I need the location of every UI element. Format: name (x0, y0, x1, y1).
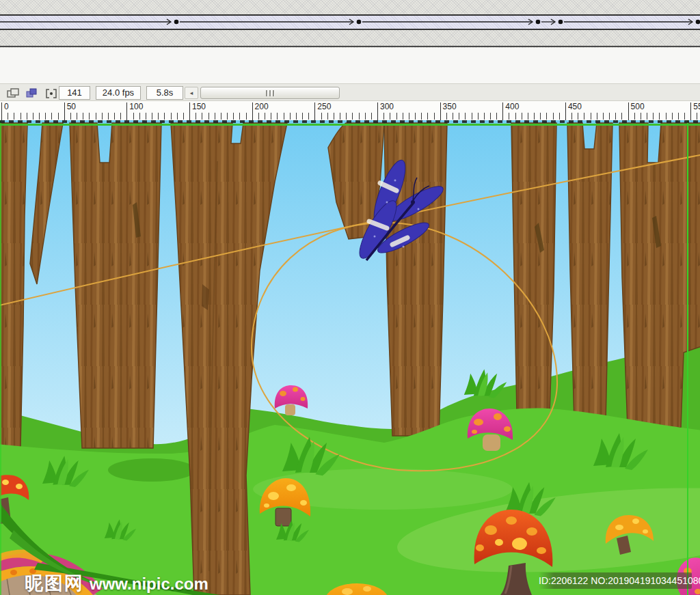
ruler-minor-tick (45, 113, 46, 120)
scrollbar-grip-icon (265, 90, 275, 96)
current-frame-field[interactable]: 141 (59, 86, 90, 100)
ruler-minor-tick (383, 113, 384, 120)
image-id-label: ID:2206122 NO:20190419103445108000 (539, 572, 692, 589)
ruler-frame-label: 250 (317, 102, 331, 111)
ruler-minor-tick (672, 113, 673, 120)
modify-markers-icon (43, 87, 59, 100)
ruler-frame-label: 450 (568, 102, 582, 111)
ruler-minor-tick (183, 113, 184, 120)
keyframe-dot[interactable] (357, 20, 362, 25)
onion-skin-outlines-icon (5, 87, 21, 100)
ruler-major-tick (252, 102, 253, 120)
timeline-scroll-left-button[interactable]: ◂ (185, 87, 198, 99)
ruler-minor-tick (296, 113, 297, 120)
ruler-minor-tick (96, 113, 96, 120)
elapsed-time-field[interactable]: 5.8s (146, 86, 183, 100)
ruler-minor-tick (621, 113, 622, 120)
ruler-minor-tick (666, 113, 667, 120)
ruler-minor-tick (302, 113, 303, 120)
ruler-minor-tick (352, 113, 353, 120)
ruler-minor-tick (446, 113, 447, 120)
ruler-minor-tick (208, 113, 209, 120)
ruler-minor-tick (453, 113, 453, 120)
ruler-frame-label: 100 (129, 102, 143, 111)
ruler-minor-tick (58, 113, 59, 120)
ruler-frame-label: 0 (4, 102, 9, 111)
ruler-minor-tick (346, 113, 347, 120)
panel-gap (0, 48, 700, 83)
ruler-minor-tick (534, 113, 535, 120)
ruler-minor-tick (396, 113, 397, 120)
stage-canvas[interactable]: 昵图网www.nipic.com ID:2206122 NO:201904191… (0, 120, 700, 595)
ruler-minor-tick (409, 113, 409, 120)
ruler-minor-tick (403, 113, 403, 120)
keyframe-dot[interactable] (174, 20, 179, 25)
ruler-minor-tick (196, 113, 196, 120)
ruler-minor-tick (271, 113, 271, 120)
ruler-minor-tick (472, 113, 472, 120)
keyframe-dot[interactable] (536, 20, 541, 25)
ruler-major-tick (377, 102, 378, 120)
ruler-minor-tick (227, 113, 228, 120)
ruler-minor-tick (114, 113, 115, 120)
modify-markers-button[interactable] (42, 86, 59, 100)
ruler-minor-tick (202, 113, 202, 120)
ruler-minor-tick (108, 113, 109, 120)
ruler-minor-tick (559, 113, 560, 120)
ruler-minor-tick (290, 113, 291, 120)
ruler-minor-tick (591, 113, 591, 120)
timeline-scrollbar-thumb[interactable] (200, 87, 340, 99)
ruler-minor-tick (233, 113, 234, 120)
ruler-minor-tick (478, 113, 479, 120)
ruler-minor-tick (615, 113, 616, 120)
keyframe-dot[interactable] (558, 20, 563, 25)
forest-scene (0, 120, 700, 595)
edit-multiple-frames-button[interactable] (23, 86, 40, 100)
ruler-minor-tick (308, 113, 309, 120)
ruler-minor-tick (146, 113, 146, 120)
keyframe-dot[interactable] (696, 20, 700, 25)
ruler-minor-tick (102, 113, 103, 120)
ruler-minor-tick (609, 113, 610, 120)
ruler-minor-tick (120, 113, 121, 120)
ruler-minor-tick (265, 113, 265, 120)
ruler-major-tick (565, 102, 566, 120)
ruler-minor-tick (584, 113, 584, 120)
ruler-minor-tick (51, 113, 52, 120)
ruler-minor-tick (8, 113, 8, 120)
ruler-minor-tick (89, 113, 90, 120)
ruler-minor-tick (540, 113, 541, 120)
timeline-strip[interactable] (0, 0, 700, 48)
onion-skin-outlines-button[interactable] (4, 86, 21, 100)
lawn-shadow-patch (108, 458, 196, 482)
ruler-minor-tick (678, 113, 679, 120)
timeline-status-toolbar: 141 24.0 fps 5.8s ◂ (0, 83, 700, 101)
ruler-minor-tick (246, 113, 247, 120)
ruler-minor-tick (139, 113, 140, 120)
ruler-minor-tick (546, 113, 547, 120)
ruler-minor-tick (528, 113, 528, 120)
ruler-minor-tick (641, 113, 641, 120)
ruler-minor-tick (327, 113, 328, 120)
ruler-major-tick (628, 102, 629, 120)
frame-ruler[interactable]: 050100150200250300350400450500550 (0, 101, 700, 120)
ruler-minor-tick (171, 113, 172, 120)
ruler-minor-tick (465, 113, 466, 120)
ruler-minor-tick (258, 113, 259, 120)
ruler-minor-tick (578, 113, 578, 120)
ruler-minor-tick (39, 113, 40, 120)
ruler-major-tick (690, 102, 691, 120)
flash-editor-window: 141 24.0 fps 5.8s ◂ 05010015020025030035… (0, 0, 700, 595)
ruler-minor-tick (215, 113, 215, 120)
ruler-frame-label: 150 (192, 102, 206, 111)
frame-rate-field[interactable]: 24.0 fps (96, 86, 141, 100)
ruler-major-tick (1, 102, 2, 120)
ruler-minor-tick (321, 113, 322, 120)
ruler-frame-label: 550 (693, 102, 700, 111)
ruler-minor-tick (152, 113, 152, 120)
tween-svg[interactable] (0, 0, 700, 48)
ruler-minor-tick (340, 113, 340, 120)
timeline-panel-edge (0, 46, 700, 47)
ruler-minor-tick (509, 113, 509, 120)
ruler-minor-tick (427, 113, 428, 120)
